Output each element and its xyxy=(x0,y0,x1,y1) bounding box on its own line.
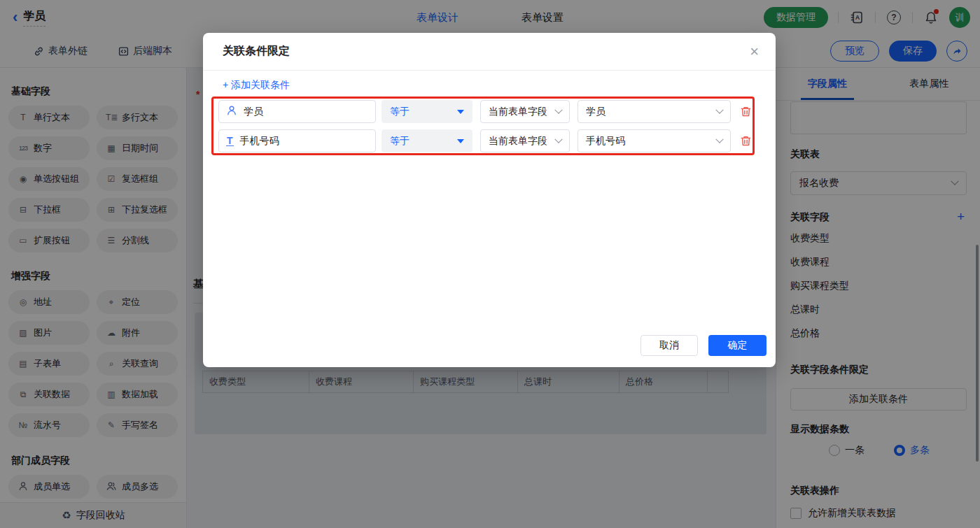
caret-down-icon xyxy=(457,139,464,147)
person-icon xyxy=(226,105,237,118)
operator-select[interactable]: 等于 xyxy=(382,100,472,123)
value-select[interactable]: 学员 xyxy=(578,100,731,123)
delete-condition-icon[interactable] xyxy=(740,135,752,147)
source-select[interactable]: 当前表单字段 xyxy=(480,100,570,123)
delete-condition-icon[interactable] xyxy=(740,106,752,117)
condition-row: 学员 等于 当前表单字段 学员 xyxy=(218,100,752,123)
confirm-button[interactable]: 确定 xyxy=(708,335,766,356)
condition-modal: 关联条件限定 × + 添加关联条件 学员 等于 当前表单字段 学员 T 手机号码 xyxy=(203,33,776,367)
chevron-down-icon xyxy=(715,135,723,143)
close-icon[interactable]: × xyxy=(750,44,759,59)
operator-select[interactable]: 等于 xyxy=(382,129,472,152)
condition-field-input[interactable]: T 手机号码 xyxy=(218,129,376,152)
modal-header: 关联条件限定 × xyxy=(203,33,776,71)
cancel-button[interactable]: 取消 xyxy=(640,335,698,356)
text-field-icon: T xyxy=(226,136,234,146)
add-condition-link[interactable]: + 添加关联条件 xyxy=(223,79,290,92)
chevron-down-icon xyxy=(715,106,723,113)
caret-down-icon xyxy=(457,110,464,117)
chevron-down-icon xyxy=(554,135,562,143)
chevron-down-icon xyxy=(554,106,562,113)
condition-row: T 手机号码 等于 当前表单字段 手机号码 xyxy=(218,129,752,152)
condition-field-input[interactable]: 学员 xyxy=(218,100,376,123)
source-select[interactable]: 当前表单字段 xyxy=(480,129,570,152)
modal-title: 关联条件限定 xyxy=(223,44,290,59)
value-select[interactable]: 手机号码 xyxy=(578,129,731,152)
